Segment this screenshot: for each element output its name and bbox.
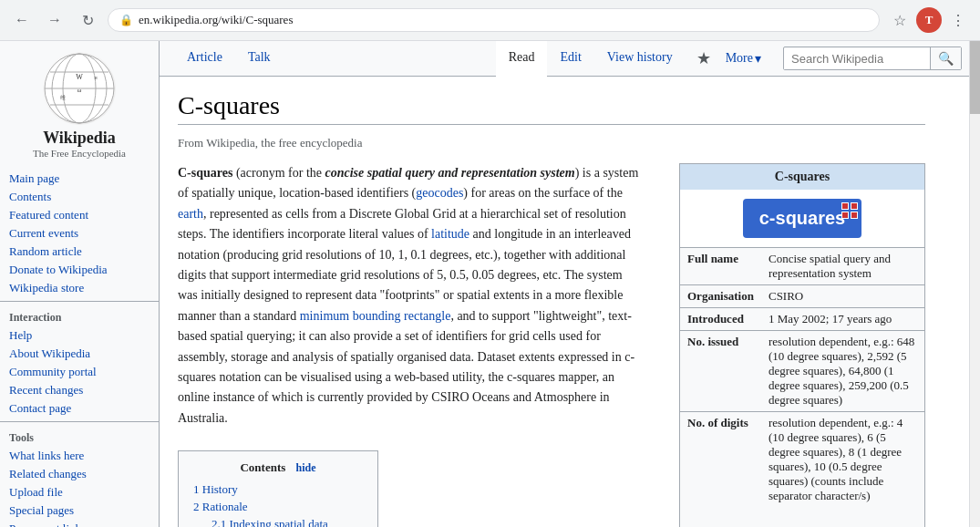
infobox-label-introduced: Introduced: [680, 308, 761, 331]
sidebar-item-upload-file[interactable]: Upload file: [0, 483, 159, 501]
article-subtitle: From Wikipedia, the free encyclopedia: [178, 136, 925, 150]
profile-button[interactable]: T: [916, 7, 942, 33]
infobox-value-digits: resolution dependent, e.g.: 4 (10 degree…: [761, 412, 924, 508]
contents-list: 1 History 2 Rationale 2.1 Indexing spati…: [193, 482, 363, 527]
full-name-italic: concise spatial query and representation…: [325, 166, 575, 180]
sidebar: W ω 维 и Wikipedia The Free Encyclopedia …: [0, 41, 160, 527]
scrollbar-thumb[interactable]: [970, 41, 980, 114]
infobox-row-digits: No. of digits resolution dependent, e.g.…: [680, 412, 924, 508]
csquares-bold: C-squares: [178, 166, 232, 180]
browser-chrome: ← → ↻ 🔒 en.wikipedia.org/wiki/C-squares …: [0, 0, 980, 41]
svg-text:ω: ω: [77, 87, 82, 94]
infobox-value-introduced: 1 May 2002; 17 years ago: [761, 308, 924, 331]
sidebar-item-related-changes[interactable]: Related changes: [0, 465, 159, 483]
tab-edit[interactable]: Edit: [547, 41, 593, 76]
infobox-row-introduced: Introduced 1 May 2002; 17 years ago: [680, 308, 924, 331]
sidebar-item-help[interactable]: Help: [0, 326, 159, 345]
logo-squares-icon: [841, 202, 858, 219]
tab-view-history[interactable]: View history: [594, 41, 686, 76]
contents-item-1: 1 History: [193, 482, 363, 497]
infobox-row-fullname: Full name Concise spatial query and repr…: [680, 248, 924, 285]
sidebar-item-random-article[interactable]: Random article: [0, 243, 159, 261]
sidebar-item-wikipedia-store[interactable]: Wikipedia store: [0, 279, 159, 297]
svg-text:W: W: [76, 73, 83, 81]
contents-link-21[interactable]: 2.1 Indexing spatial data: [211, 517, 328, 527]
lock-icon: 🔒: [119, 14, 133, 27]
article: C-squares From Wikipedia, the free encyc…: [160, 77, 944, 527]
main-area: Article Talk Read Edit View history ★ Mo…: [160, 41, 969, 527]
article-title: C-squares: [178, 91, 925, 125]
wikipedia-globe-icon: W ω 维 и: [43, 52, 116, 125]
contents-num-1: 1: [193, 482, 200, 496]
sidebar-item-community-portal[interactable]: Community portal: [0, 363, 159, 381]
contents-label-1: History: [202, 482, 238, 496]
infobox-value-org: CSIRO: [761, 285, 924, 308]
menu-button[interactable]: ⋮: [945, 7, 971, 33]
browser-toolbar: ← → ↻ 🔒 en.wikipedia.org/wiki/C-squares …: [0, 0, 980, 40]
infobox-row-issued: No. issued resolution dependent, e.g.: 6…: [680, 331, 924, 412]
sidebar-item-contents[interactable]: Contents: [0, 188, 159, 206]
contents-label-2: Rationale: [202, 500, 248, 513]
browser-actions: ☆ T ⋮: [887, 7, 971, 33]
sidebar-logo-title: Wikipedia: [7, 129, 151, 148]
sidebar-item-recent-changes[interactable]: Recent changes: [0, 381, 159, 399]
star-icon[interactable]: ★: [693, 45, 715, 72]
tab-read[interactable]: Read: [496, 41, 548, 77]
mbr-link[interactable]: minimum bounding rectangle: [300, 309, 451, 323]
sidebar-item-donate[interactable]: Donate to Wikipedia: [0, 261, 159, 279]
sidebar-item-about[interactable]: About Wikipedia: [0, 345, 159, 363]
earth-link[interactable]: earth: [178, 207, 203, 221]
contents-item-21: 2.1 Indexing spatial data: [193, 517, 363, 527]
interaction-heading: Interaction: [0, 305, 159, 326]
contents-item-2: 2 Rationale: [193, 500, 363, 514]
intro-paragraph: C-squares (acronym for the concise spati…: [178, 163, 643, 429]
tab-bar: Article Talk Read Edit View history ★ Mo…: [160, 41, 969, 77]
latitude-link[interactable]: latitude: [431, 227, 469, 241]
more-dropdown[interactable]: More ▾: [718, 47, 769, 70]
contents-link-1[interactable]: 1 History: [193, 482, 238, 496]
wiki-wrapper: W ω 维 и Wikipedia The Free Encyclopedia …: [0, 41, 980, 527]
tab-separator: [284, 41, 496, 76]
contents-link-2[interactable]: 2 Rationale: [193, 500, 248, 513]
contents-box: Contents hide 1 History 2 Rationale 2: [178, 450, 378, 527]
more-label: More: [726, 51, 753, 66]
sidebar-logo-sub: The Free Encyclopedia: [7, 148, 151, 159]
refresh-button[interactable]: ↻: [75, 7, 100, 33]
tab-article[interactable]: Article: [174, 41, 235, 76]
infobox-value-issued: resolution dependent, e.g.: 648 (10 degr…: [761, 331, 924, 412]
address-text: en.wikipedia.org/wiki/C-squares: [139, 13, 868, 27]
contents-hide[interactable]: hide: [296, 461, 316, 474]
sidebar-item-main-page[interactable]: Main page: [0, 170, 159, 188]
sidebar-item-special-pages[interactable]: Special pages: [0, 501, 159, 520]
infobox-label-digits: No. of digits: [680, 412, 761, 508]
sidebar-item-contact[interactable]: Contact page: [0, 399, 159, 418]
search-box[interactable]: 🔍: [783, 46, 962, 70]
bookmark-button[interactable]: ☆: [887, 7, 913, 33]
geocodes-link[interactable]: geocodes: [416, 186, 463, 200]
infobox-label-org: Organisation: [680, 285, 761, 308]
back-button[interactable]: ←: [9, 7, 35, 33]
contents-num-21: 2.1: [211, 517, 226, 527]
sidebar-item-what-links[interactable]: What links here: [0, 447, 159, 465]
infobox-value-fullname: Concise spatial query and representation…: [761, 248, 924, 285]
search-input[interactable]: [784, 48, 930, 69]
infobox-table: Full name Concise spatial query and repr…: [680, 247, 924, 507]
article-text: C-squares (acronym for the concise spati…: [178, 163, 643, 527]
sidebar-item-current-events[interactable]: Current events: [0, 224, 159, 243]
forward-button[interactable]: →: [42, 7, 67, 33]
infobox-label-issued: No. issued: [680, 331, 761, 412]
sidebar-nav: Main page Contents Featured content Curr…: [0, 166, 159, 527]
tab-actions: ★ More ▾: [686, 41, 776, 76]
tab-talk[interactable]: Talk: [235, 41, 284, 76]
sidebar-item-permanent-link[interactable]: Permanent link: [0, 520, 159, 527]
sidebar-divider-2: [0, 421, 159, 422]
sidebar-logo: W ω 维 и Wikipedia The Free Encyclopedia: [0, 41, 159, 166]
address-bar[interactable]: 🔒 en.wikipedia.org/wiki/C-squares: [108, 8, 880, 32]
sidebar-divider-1: [0, 301, 159, 302]
svg-text:维: 维: [60, 94, 66, 100]
sidebar-item-featured-content[interactable]: Featured content: [0, 206, 159, 224]
tools-heading: Tools: [0, 426, 159, 447]
search-button[interactable]: 🔍: [930, 47, 961, 69]
scrollbar-track[interactable]: [969, 41, 980, 527]
infobox-label-fullname: Full name: [680, 248, 761, 285]
